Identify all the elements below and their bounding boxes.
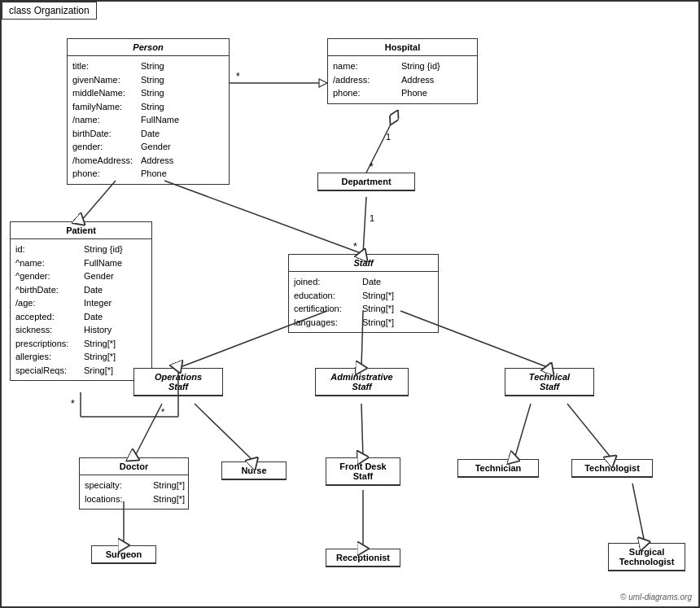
svg-line-13 xyxy=(164,181,363,254)
class-surgeon: Surgeon xyxy=(91,545,156,564)
svg-line-12 xyxy=(81,181,116,221)
class-administrative-staff-name: AdministrativeStaff xyxy=(316,369,408,396)
svg-text:*: * xyxy=(236,71,240,82)
svg-line-26 xyxy=(567,404,612,459)
class-department-name: Department xyxy=(318,173,414,190)
class-hospital: Hospital name:String {id} /address:Addre… xyxy=(327,38,478,104)
class-operations-staff: OperationsStaff xyxy=(133,368,223,396)
class-person-attrs: title:String givenName:String middleName… xyxy=(68,56,229,184)
class-front-desk-staff-name: Front DeskStaff xyxy=(326,458,400,485)
class-receptionist: Receptionist xyxy=(326,549,400,567)
svg-line-22 xyxy=(134,404,162,457)
svg-line-6 xyxy=(366,110,398,173)
svg-line-24 xyxy=(361,404,363,457)
class-technician: Technician xyxy=(457,459,539,478)
class-person-name: Person xyxy=(68,39,229,56)
class-staff: Staff joined:Date education:String[*] ce… xyxy=(288,254,439,333)
svg-line-9 xyxy=(363,197,366,254)
class-patient-name: Patient xyxy=(11,222,151,239)
class-nurse: Nurse xyxy=(221,461,287,480)
svg-text:*: * xyxy=(370,161,374,173)
svg-marker-5 xyxy=(319,79,327,87)
svg-text:1: 1 xyxy=(370,213,374,223)
class-technical-staff: TechnicalStaff xyxy=(505,368,594,396)
class-front-desk-staff: Front DeskStaff xyxy=(326,457,400,486)
class-staff-attrs: joined:Date education:String[*] certific… xyxy=(289,272,438,332)
svg-text:1: 1 xyxy=(386,132,391,142)
class-surgical-technologist-name: SurgicalTechnologist xyxy=(609,544,685,571)
class-technical-staff-name: TechnicalStaff xyxy=(505,369,593,396)
class-operations-staff-name: OperationsStaff xyxy=(134,369,222,396)
class-doctor-attrs: specialty:String[*] locations:String[*] xyxy=(80,475,188,509)
class-receptionist-name: Receptionist xyxy=(326,549,400,566)
class-surgeon-name: Surgeon xyxy=(92,546,155,563)
svg-text:*: * xyxy=(353,241,357,252)
class-patient-attrs: id:String {id} ^name:FullName ^gender:Ge… xyxy=(11,239,151,380)
diagram-title: class Organization xyxy=(2,2,97,20)
class-nurse-name: Nurse xyxy=(222,462,286,479)
svg-line-25 xyxy=(514,404,531,459)
copyright: © uml-diagrams.org xyxy=(620,593,692,601)
class-person: Person title:String givenName:String mid… xyxy=(67,38,230,185)
diagram-container: class Organization Person title:String g… xyxy=(0,0,700,608)
class-patient: Patient id:String {id} ^name:FullName ^g… xyxy=(10,221,152,381)
class-technician-name: Technician xyxy=(458,460,538,477)
class-doctor-name: Doctor xyxy=(80,458,188,475)
svg-line-23 xyxy=(195,404,254,461)
class-administrative-staff: AdministrativeStaff xyxy=(315,368,409,396)
class-doctor: Doctor specialty:String[*] locations:Str… xyxy=(79,457,189,510)
class-department: Department xyxy=(317,173,415,191)
class-technologist: Technologist xyxy=(571,459,653,478)
class-hospital-name: Hospital xyxy=(328,39,477,56)
svg-line-29 xyxy=(632,483,645,543)
svg-text:*: * xyxy=(161,407,165,417)
class-surgical-technologist: SurgicalTechnologist xyxy=(608,543,685,571)
class-technologist-name: Technologist xyxy=(572,460,652,477)
class-hospital-attrs: name:String {id} /address:Address phone:… xyxy=(328,56,477,103)
svg-text:*: * xyxy=(71,398,75,409)
class-staff-name: Staff xyxy=(289,255,438,272)
